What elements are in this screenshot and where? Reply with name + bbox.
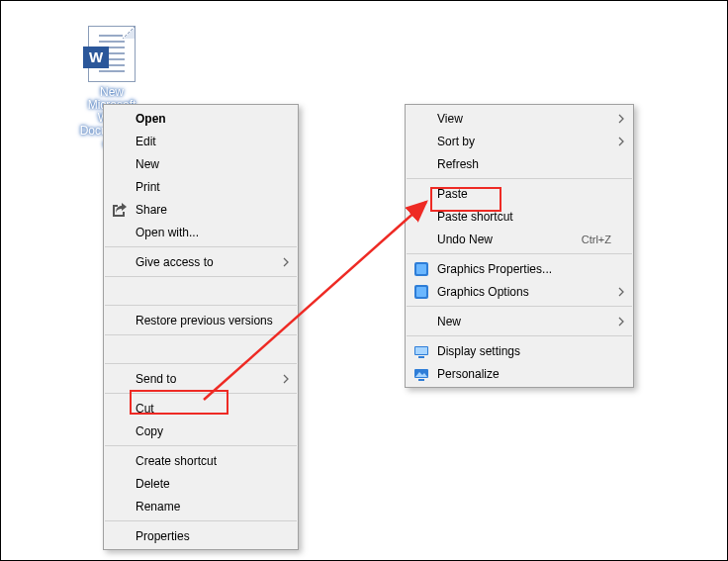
menu-item-edit[interactable]: Edit (104, 130, 298, 152)
menu-item-label: Personalize (437, 367, 633, 381)
menu-item-label: Give access to (136, 255, 298, 269)
svg-rect-3 (416, 287, 426, 297)
menu-item-cut[interactable]: Cut (104, 397, 298, 420)
menu-item-personalize[interactable]: Personalize (406, 362, 633, 385)
menu-item-label: Properties (136, 529, 298, 543)
menu-item-delete[interactable]: Delete (104, 472, 298, 495)
chevron-right-icon (617, 287, 625, 297)
menu-item-label: Rename (136, 500, 298, 514)
chevron-right-icon (282, 374, 290, 384)
share-icon (104, 202, 136, 218)
menu-item-properties[interactable]: Properties (104, 524, 298, 547)
menu-item-graphics-properties[interactable]: Graphics Properties... (406, 257, 633, 280)
menu-separator (105, 246, 297, 247)
menu-item-label: Delete (136, 477, 298, 491)
menu-item-share[interactable]: Share (104, 198, 298, 221)
menu-item-label: Copy (136, 424, 298, 438)
menu-item-label: Open with... (136, 226, 298, 239)
menu-blank-row (104, 338, 298, 360)
chevron-right-icon (617, 317, 625, 327)
menu-item-new[interactable]: New (104, 152, 298, 175)
menu-item-label: Open (136, 112, 298, 126)
chevron-right-icon (617, 114, 625, 124)
menu-item-label: New (437, 315, 633, 328)
menu-item-sort-by[interactable]: Sort by (406, 130, 633, 152)
menu-item-copy[interactable]: Copy (104, 420, 298, 442)
menu-item-label: Sort by (437, 135, 633, 148)
chevron-right-icon (282, 257, 290, 267)
menu-separator (105, 520, 297, 521)
menu-item-label: Edit (136, 135, 298, 148)
menu-separator (407, 306, 632, 307)
menu-blank-row (104, 280, 298, 302)
menu-separator (105, 334, 297, 335)
menu-item-label: Send to (136, 372, 298, 386)
menu-item-label: Graphics Options (437, 285, 633, 299)
graphics-properties-icon (406, 261, 437, 277)
menu-item-print[interactable]: Print (104, 175, 298, 198)
menu-item-label: Undo New (437, 233, 582, 246)
svg-rect-5 (415, 347, 427, 354)
chevron-right-icon (617, 137, 625, 146)
menu-item-label: Paste shortcut (437, 210, 633, 224)
menu-shortcut: Ctrl+Z (582, 234, 633, 245)
menu-item-view[interactable]: View (406, 107, 633, 130)
menu-item-label: Refresh (437, 157, 633, 171)
menu-item-send-to[interactable]: Send to (104, 367, 298, 390)
menu-item-paste[interactable]: Paste (406, 182, 633, 205)
menu-item-label: Restore previous versions (136, 314, 298, 327)
menu-item-label: New (136, 157, 298, 171)
svg-rect-6 (418, 356, 424, 358)
menu-separator (105, 305, 297, 306)
menu-item-new[interactable]: New (406, 310, 633, 332)
menu-item-label: Display settings (437, 344, 633, 358)
menu-item-label: Share (136, 203, 298, 217)
menu-item-label: Graphics Properties... (437, 262, 633, 276)
menu-separator (105, 445, 297, 446)
desktop-context-menu: View Sort by Refresh Paste Paste shortcu… (405, 104, 634, 388)
menu-item-refresh[interactable]: Refresh (406, 152, 633, 175)
svg-rect-1 (416, 264, 426, 274)
document-icon: W (88, 26, 136, 82)
menu-item-create-shortcut[interactable]: Create shortcut (104, 449, 298, 472)
menu-item-paste-shortcut[interactable]: Paste shortcut (406, 205, 633, 228)
menu-item-open-with[interactable]: Open with... (104, 221, 298, 243)
menu-item-label: Paste (437, 187, 633, 201)
menu-item-restore-previous-versions[interactable]: Restore previous versions (104, 309, 298, 331)
menu-item-undo-new[interactable]: Undo New Ctrl+Z (406, 228, 633, 250)
display-settings-icon (406, 343, 437, 359)
menu-separator (105, 363, 297, 364)
menu-item-display-settings[interactable]: Display settings (406, 339, 633, 362)
menu-item-graphics-options[interactable]: Graphics Options (406, 280, 633, 303)
svg-rect-8 (418, 379, 424, 381)
menu-item-label: Create shortcut (136, 454, 298, 468)
menu-item-give-access-to[interactable]: Give access to (104, 250, 298, 273)
file-context-menu: Open Edit New Print Share Open with... G… (103, 104, 299, 550)
personalize-icon (406, 366, 437, 382)
menu-item-rename[interactable]: Rename (104, 495, 298, 517)
menu-separator (105, 393, 297, 394)
word-app-badge: W (83, 47, 109, 68)
menu-separator (105, 276, 297, 277)
menu-separator (407, 335, 632, 336)
menu-separator (407, 253, 632, 254)
menu-item-label: Print (136, 180, 298, 194)
graphics-options-icon (406, 284, 437, 300)
menu-separator (407, 178, 632, 179)
menu-item-open[interactable]: Open (104, 107, 298, 130)
menu-item-label: Cut (136, 402, 298, 416)
menu-item-label: View (437, 112, 633, 126)
